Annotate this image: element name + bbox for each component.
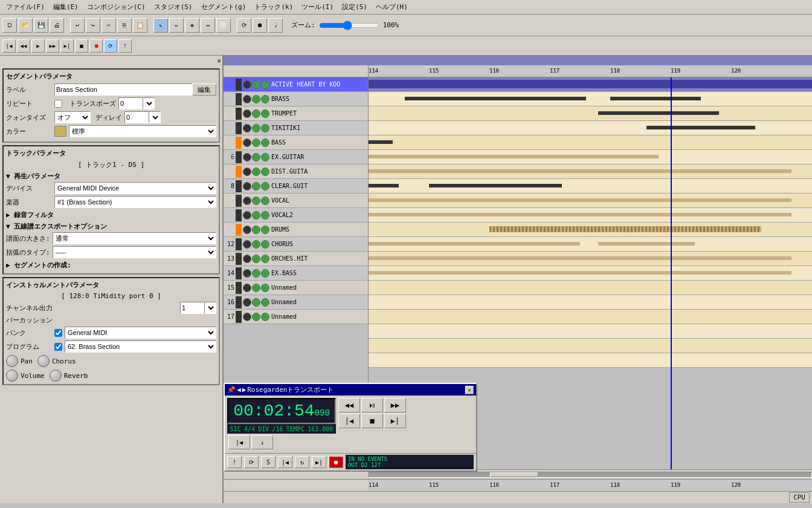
track-rec-13[interactable]: [261, 255, 269, 263]
track-solo-8[interactable]: [252, 182, 260, 190]
transport-end-btn[interactable]: ▶|: [384, 414, 406, 428]
track-mute-16[interactable]: [243, 298, 251, 307]
content-row-3[interactable]: [369, 106, 812, 121]
menu-segment[interactable]: セグメント(g): [198, 1, 250, 13]
open-button[interactable]: 📂: [18, 18, 33, 33]
paste-button[interactable]: 📋: [133, 18, 147, 33]
close-panel-button[interactable]: ✕: [217, 57, 221, 65]
track-row-7[interactable]: DIST.GUITA: [224, 164, 368, 179]
track-rec-17[interactable]: [261, 313, 269, 321]
zoom-slider[interactable]: [319, 21, 379, 30]
track-rec-1[interactable]: [261, 80, 269, 89]
track-rec-10[interactable]: [261, 211, 269, 220]
content-row-10[interactable]: [369, 208, 812, 223]
pan-knob[interactable]: [6, 355, 18, 367]
track-rec-2[interactable]: [261, 95, 269, 103]
content-row-6[interactable]: [369, 150, 812, 164]
track-solo-13[interactable]: [252, 255, 260, 263]
transport-bottom-btn3[interactable]: S: [261, 456, 276, 468]
device-select[interactable]: General MIDI Device: [54, 182, 216, 194]
content-row-8[interactable]: [369, 179, 812, 194]
track-solo-3[interactable]: [252, 109, 260, 118]
track-row-2[interactable]: BRASS: [224, 92, 368, 106]
menu-studio[interactable]: スタジオ(S): [150, 1, 196, 13]
track-solo-17[interactable]: [252, 313, 260, 321]
new-button[interactable]: 🗋: [2, 18, 17, 33]
track-row-14[interactable]: 14 EX.BASS: [224, 266, 368, 281]
track-mute-13[interactable]: [243, 255, 251, 263]
delay-input[interactable]: [124, 111, 149, 123]
record-button[interactable]: ⏺: [253, 18, 267, 33]
transport-rewind-btn[interactable]: ◀◀: [338, 398, 360, 412]
track-rec-8[interactable]: [261, 182, 269, 190]
stop-button[interactable]: ■: [75, 39, 88, 53]
menu-tool[interactable]: ツール(I): [298, 1, 337, 13]
track-rec-11[interactable]: [261, 226, 269, 234]
edit-button[interactable]: 編集: [192, 83, 216, 96]
track-row-12[interactable]: 12 CHORUS: [224, 237, 368, 252]
content-row-2[interactable]: [369, 92, 812, 106]
channel-select[interactable]: [204, 302, 216, 314]
content-row-16[interactable]: [369, 295, 812, 310]
transport-stop-btn[interactable]: ■: [361, 414, 383, 428]
move-tool[interactable]: ✥: [185, 18, 199, 33]
rewind-button[interactable]: ◀◀: [17, 39, 30, 53]
midi-button[interactable]: ♩: [268, 18, 283, 33]
program-select[interactable]: 62. Brass Section: [65, 340, 216, 353]
transport-extra-btn[interactable]: ↓: [251, 435, 273, 449]
track-solo-15[interactable]: [252, 284, 260, 292]
hscroll-track[interactable]: [369, 472, 812, 478]
transport-pin-icon[interactable]: 📌: [227, 386, 236, 394]
track-mute-4[interactable]: [243, 124, 251, 132]
track-rec-12[interactable]: [261, 240, 269, 249]
track-solo-6[interactable]: [252, 153, 260, 161]
score-size-select[interactable]: 通常: [53, 232, 216, 244]
transport-bottom-btn4[interactable]: |◀: [278, 456, 292, 468]
label-input[interactable]: [54, 83, 192, 96]
track-row-10[interactable]: VOCAL2: [224, 208, 368, 223]
menu-composition[interactable]: コンポジション(C): [83, 1, 149, 13]
track-mute-6[interactable]: [243, 153, 251, 161]
instrument-select[interactable]: #1 (Brass Section): [54, 196, 216, 208]
track-row-5[interactable]: BASS: [224, 135, 368, 150]
channel-input[interactable]: [180, 302, 204, 314]
fast-forward-end-button[interactable]: ▶|: [60, 39, 74, 53]
content-row-1[interactable]: [369, 77, 812, 92]
track-solo-16[interactable]: [252, 298, 260, 307]
transport-bottom-btn5[interactable]: ↻: [295, 456, 309, 468]
track-solo-2[interactable]: [252, 95, 260, 103]
hscroll-thumb[interactable]: [490, 472, 538, 477]
print-button[interactable]: 🖨: [50, 18, 64, 33]
track-row-16[interactable]: 16 Unnamed: [224, 295, 368, 310]
content-row-7[interactable]: [369, 164, 812, 179]
loop-button[interactable]: ⟳: [237, 18, 251, 33]
track-solo-12[interactable]: [252, 240, 260, 249]
track-mute-17[interactable]: [243, 313, 251, 321]
track-mute-14[interactable]: [243, 269, 251, 278]
track-mute-9[interactable]: [243, 197, 251, 205]
transport-bottom-btn1[interactable]: !: [227, 456, 242, 468]
track-rec-5[interactable]: [261, 138, 269, 147]
menu-help[interactable]: ヘルプ(H): [372, 1, 411, 13]
track-mute-2[interactable]: [243, 95, 251, 103]
chorus-knob[interactable]: [37, 355, 50, 367]
track-mute-12[interactable]: [243, 240, 251, 249]
track-mute-7[interactable]: [243, 168, 251, 176]
transport-bottom-btn2[interactable]: ⟳: [244, 456, 259, 468]
track-rec-7[interactable]: [261, 168, 269, 176]
track-rec-6[interactable]: [261, 153, 269, 161]
content-row-11[interactable]: [369, 223, 812, 237]
transport-scroll-left[interactable]: ◀: [237, 386, 241, 394]
transport-ff-btn[interactable]: ▶▶: [384, 398, 406, 412]
menu-track[interactable]: トラック(k): [251, 1, 297, 13]
program-checkbox[interactable]: [54, 343, 62, 351]
track-row-8[interactable]: 8 CLEAR.GUIT: [224, 179, 368, 194]
bank-select[interactable]: General MIDI: [65, 327, 216, 339]
track-row-1[interactable]: ACTIVE HEART BY KOO: [224, 77, 368, 92]
transpose-input[interactable]: [118, 97, 143, 109]
pencil-tool[interactable]: ✏: [169, 18, 184, 33]
track-row-3[interactable]: TRUMPET: [224, 106, 368, 121]
menu-file[interactable]: ファイル(F): [2, 1, 48, 13]
record-filter-header[interactable]: ▶ 録音フィルタ: [6, 210, 216, 220]
track-mute-3[interactable]: [243, 109, 251, 118]
